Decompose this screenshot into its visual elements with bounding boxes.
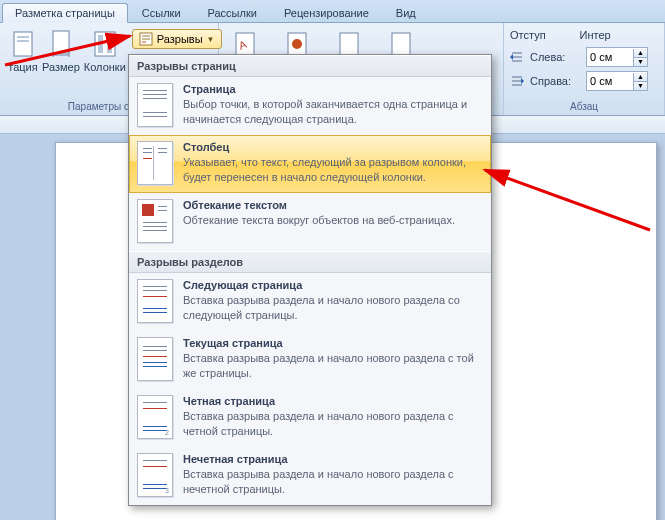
- tab-view[interactable]: Вид: [383, 3, 429, 22]
- menu-item-title: Нечетная страница: [183, 453, 483, 465]
- spin-down-icon[interactable]: ▼: [633, 58, 647, 66]
- even-page-icon: 2: [137, 395, 173, 439]
- group-paragraph-title: Абзац: [510, 99, 658, 115]
- menu-item-desc: Выбор точки, в которой заканчивается одн…: [183, 97, 483, 127]
- indent-right-label: Справа:: [530, 75, 580, 87]
- menu-item-desc: Вставка разрыва раздела и начало нового …: [183, 293, 483, 323]
- menu-item-continuous[interactable]: Текущая страница Вставка разрыва раздела…: [129, 331, 491, 389]
- menu-item-title: Следующая страница: [183, 279, 483, 291]
- spin-down-icon[interactable]: ▼: [633, 82, 647, 90]
- menu-item-even-page[interactable]: 2 Четная страница Вставка разрыва раздел…: [129, 389, 491, 447]
- menu-item-title: Обтекание текстом: [183, 199, 455, 211]
- indent-left-icon: [510, 51, 524, 63]
- menu-item-page[interactable]: Страница Выбор точки, в которой заканчив…: [129, 77, 491, 135]
- svg-rect-0: [14, 32, 32, 56]
- menu-item-next-page[interactable]: Следующая страница Вставка разрыва разде…: [129, 273, 491, 331]
- menu-item-title: Страница: [183, 83, 483, 95]
- svg-rect-6: [107, 35, 112, 53]
- next-page-icon: [137, 279, 173, 323]
- chevron-down-icon: ▼: [207, 35, 215, 44]
- svg-rect-12: [340, 33, 358, 55]
- continuous-icon: [137, 337, 173, 381]
- tab-references[interactable]: Ссылки: [129, 3, 194, 22]
- indent-left-input[interactable]: [587, 49, 633, 65]
- menu-item-desc: Вставка разрыва раздела и начало нового …: [183, 351, 483, 381]
- svg-rect-3: [53, 31, 69, 53]
- group-paragraph: Отступ Интер Слева: ▲▼ Справа: ▲▼ Аб: [504, 23, 665, 115]
- menu-item-desc: Указывает, что текст, следующий за разры…: [183, 155, 483, 185]
- menu-item-title: Четная страница: [183, 395, 483, 407]
- column-break-icon: [137, 141, 173, 185]
- menu-item-odd-page[interactable]: 3 Нечетная страница Вставка разрыва разд…: [129, 447, 491, 505]
- columns-button[interactable]: Колонки: [82, 27, 128, 75]
- section-page-breaks: Разрывы страниц: [129, 55, 491, 77]
- breaks-button[interactable]: Разрывы ▼: [132, 29, 222, 49]
- svg-rect-1: [17, 36, 29, 38]
- size-button[interactable]: Размер: [40, 27, 82, 75]
- svg-rect-2: [17, 40, 29, 42]
- menu-item-desc: Вставка разрыва раздела и начало нового …: [183, 409, 483, 439]
- orientation-icon: [8, 29, 38, 59]
- tab-mailings[interactable]: Рассылки: [195, 3, 270, 22]
- size-icon: [46, 29, 76, 59]
- indent-left-spin[interactable]: ▲▼: [586, 47, 648, 67]
- size-label: Размер: [42, 61, 80, 73]
- section-section-breaks: Разрывы разделов: [129, 251, 491, 273]
- indent-right-icon: [510, 75, 524, 87]
- indent-right-spin[interactable]: ▲▼: [586, 71, 648, 91]
- spin-up-icon[interactable]: ▲: [633, 73, 647, 82]
- breaks-label: Разрывы: [157, 33, 203, 45]
- orientation-button[interactable]: тация: [6, 27, 40, 75]
- tab-page-layout[interactable]: Разметка страницы: [2, 3, 128, 23]
- orientation-label: тация: [8, 61, 37, 73]
- text-wrap-icon: [137, 199, 173, 243]
- svg-point-11: [292, 39, 302, 49]
- menu-item-desc: Вставка разрыва раздела и начало нового …: [183, 467, 483, 497]
- indent-heading: Отступ: [510, 29, 546, 41]
- menu-item-desc: Обтекание текста вокруг объектов на веб-…: [183, 213, 455, 228]
- menu-item-text-wrap[interactable]: Обтекание текстом Обтекание текста вокру…: [129, 193, 491, 251]
- tab-review[interactable]: Рецензирование: [271, 3, 382, 22]
- menu-item-title: Текущая страница: [183, 337, 483, 349]
- indent-right-input[interactable]: [587, 73, 633, 89]
- odd-page-icon: 3: [137, 453, 173, 497]
- inter-heading: Интер: [580, 29, 611, 41]
- breaks-menu: Разрывы страниц Страница Выбор точки, в …: [128, 54, 492, 506]
- columns-label: Колонки: [84, 61, 126, 73]
- page-break-icon: [137, 83, 173, 127]
- breaks-icon: [139, 32, 153, 46]
- spin-up-icon[interactable]: ▲: [633, 49, 647, 58]
- menu-item-title: Столбец: [183, 141, 483, 153]
- svg-rect-5: [98, 35, 103, 53]
- menu-item-column[interactable]: Столбец Указывает, что текст, следующий …: [129, 135, 491, 193]
- ribbon-tabs: Разметка страницы Ссылки Рассылки Реценз…: [0, 0, 665, 23]
- columns-icon: [90, 29, 120, 59]
- indent-left-label: Слева:: [530, 51, 580, 63]
- svg-rect-13: [392, 33, 410, 55]
